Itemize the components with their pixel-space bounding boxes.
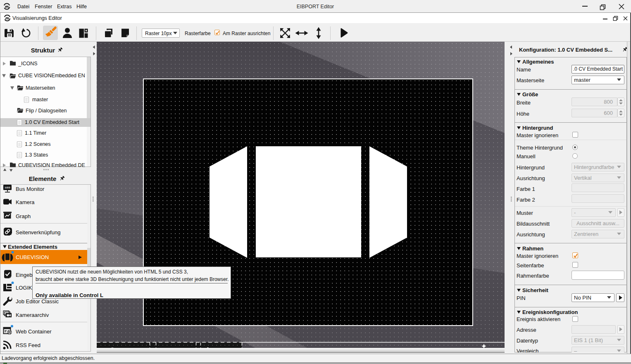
svg-text:1/2/3: 1/2/3 xyxy=(5,186,10,189)
